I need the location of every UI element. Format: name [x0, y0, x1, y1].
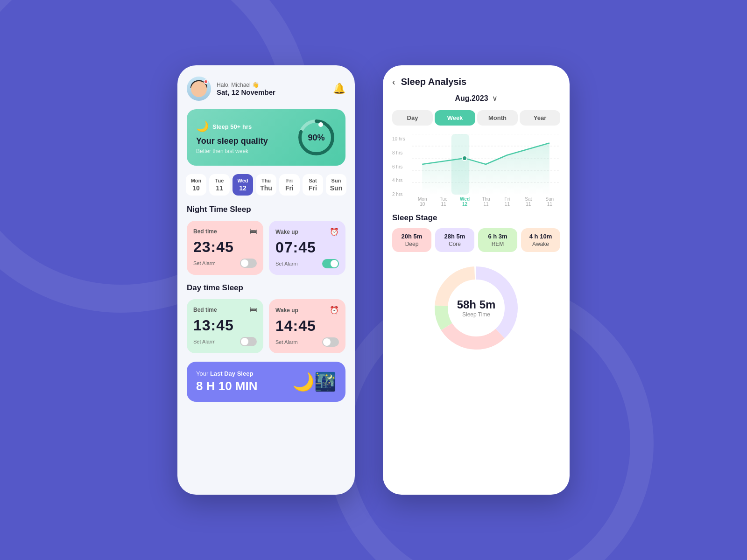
day-wake-footer: Set Alarm [275, 337, 339, 347]
left-phone: Halo, Michael 👋 Sat, 12 November 🔔 🌙 Sle… [177, 65, 355, 495]
notification-dot [204, 79, 208, 84]
header: Halo, Michael 👋 Sat, 12 November 🔔 [187, 77, 345, 101]
donut-chart: 58h 5m Sleep Time [392, 261, 560, 355]
tab-year[interactable]: Year [520, 110, 560, 126]
sleep-hrs: Sleep 50+ hrs [212, 123, 252, 130]
tab-day[interactable]: Day [392, 110, 433, 126]
tab-week[interactable]: Week [435, 110, 475, 126]
day-selector: Mon 10 Tue 11 Wed 12 Thu Thu Fri Fri Sat… [187, 174, 345, 196]
night-bed-set-alarm: Set Alarm [193, 260, 216, 266]
night-bed-label: Bed time 🛏 [193, 227, 257, 236]
wake-icon: ⏰ [330, 227, 339, 236]
chart-area [412, 134, 560, 195]
day-bed-time: 13:45 [193, 317, 257, 334]
period-tabs: Day Week Month Year [392, 110, 560, 126]
greeting: Halo, Michael 👋 [217, 82, 275, 88]
day-wake-icon: ⏰ [330, 306, 339, 315]
tab-month[interactable]: Month [477, 110, 518, 126]
day-thu[interactable]: Thu Thu [256, 174, 276, 196]
last-sleep-text: Your Last Day Sleep 8 H 10 MIN [196, 370, 258, 393]
night-wake-card: Wake up ⏰ 07:45 Set Alarm [269, 221, 345, 275]
header-text: Halo, Michael 👋 Sat, 12 November [217, 82, 275, 96]
chart-x-labels: Mon10 Tue11 Wed12 Thu11 Fri11 Sat11 Sun1… [412, 196, 560, 207]
sleep-quality-subtitle: Better then last week [196, 148, 268, 154]
notification-bell-icon[interactable]: 🔔 [333, 83, 345, 95]
day-bed-toggle[interactable] [240, 337, 257, 346]
moon-icon: 🌙 [196, 120, 209, 133]
header-left: Halo, Michael 👋 Sat, 12 November [187, 77, 275, 101]
svg-point-2 [318, 122, 323, 127]
day-bed-icon: 🛏 [249, 306, 257, 314]
stage-deep: 20h 5m Deep [392, 228, 431, 252]
rp-header: ‹ Sleep Analysis [392, 77, 560, 87]
donut-label: Sleep Time [457, 311, 496, 318]
day-wed-active[interactable]: Wed 12 [233, 174, 253, 196]
bed-icon: 🛏 [249, 227, 257, 236]
night-bed-card: Bed time 🛏 23:45 Set Alarm [187, 221, 263, 275]
sq-top: 🌙 Sleep 50+ hrs [196, 120, 268, 133]
day-mon[interactable]: Mon 10 [186, 174, 206, 196]
last-sleep-time: 8 H 10 MIN [196, 379, 258, 393]
month-chevron-icon[interactable]: ∨ [492, 94, 498, 103]
night-bed-time: 23:45 [193, 238, 257, 256]
day-fri[interactable]: Fri Fri [279, 174, 300, 196]
day-wake-label: Wake up ⏰ [275, 306, 339, 315]
stage-pills: 20h 5m Deep 28h 5m Core 6 h 3m REM 4 h 1… [392, 228, 560, 252]
day-sun[interactable]: Sun Sun [326, 174, 346, 196]
night-wake-toggle[interactable] [322, 259, 339, 268]
sleep-quality-circle: 90% [296, 118, 336, 157]
month-selector: Aug.2023 ∨ [392, 94, 560, 103]
night-wake-set-alarm: Set Alarm [275, 261, 298, 266]
sleep-chart: 10 hrs 8 hrs 6 hrs 4 hrs 2 hrs [392, 134, 560, 209]
header-date: Sat, 12 November [217, 88, 275, 96]
day-alarm-row: Bed time 🛏 13:45 Set Alarm Wake up ⏰ 14:… [187, 299, 345, 353]
last-sleep-label: Your Last Day Sleep [196, 370, 258, 377]
night-alarm-row: Bed time 🛏 23:45 Set Alarm Wake up ⏰ 07:… [187, 221, 345, 275]
sleep-quality-pct: 90% [308, 133, 324, 142]
night-wake-footer: Set Alarm [275, 259, 339, 268]
stage-rem: 6 h 3m REM [478, 228, 517, 252]
donut-total-time: 58h 5m [457, 298, 496, 311]
chart-y-labels: 10 hrs 8 hrs 6 hrs 4 hrs 2 hrs [392, 136, 405, 197]
day-wake-card: Wake up ⏰ 14:45 Set Alarm [269, 299, 345, 353]
stage-awake: 4 h 10m Awake [521, 228, 560, 252]
night-wake-label: Wake up ⏰ [275, 227, 339, 236]
month-label: Aug.2023 [455, 94, 488, 103]
night-sleep-title: Night Time Sleep [187, 205, 345, 214]
night-wake-time: 07:45 [275, 239, 339, 256]
sleep-quality-card: 🌙 Sleep 50+ hrs Your sleep quality Bette… [187, 109, 345, 166]
day-bed-set-alarm: Set Alarm [193, 339, 216, 344]
last-sleep-moon-icon: 🌙🌃 [292, 371, 336, 392]
day-tue[interactable]: Tue 11 [209, 174, 230, 196]
night-bed-footer: Set Alarm [193, 259, 257, 268]
sq-left: 🌙 Sleep 50+ hrs Your sleep quality Bette… [196, 120, 268, 154]
day-wake-time: 14:45 [275, 317, 339, 335]
analysis-title: Sleep Analysis [401, 77, 466, 87]
day-wake-set-alarm: Set Alarm [275, 339, 298, 345]
day-wake-toggle[interactable] [322, 337, 339, 347]
right-phone: ‹ Sleep Analysis Aug.2023 ∨ Day Week Mon… [383, 65, 570, 495]
avatar [187, 77, 211, 101]
day-bed-label: Bed time 🛏 [193, 306, 257, 314]
day-bed-card: Bed time 🛏 13:45 Set Alarm [187, 299, 263, 353]
sleep-quality-title: Your sleep quality [196, 136, 268, 146]
svg-point-9 [462, 156, 467, 161]
back-button[interactable]: ‹ [392, 77, 395, 87]
day-sleep-title: Day time Sleep [187, 283, 345, 293]
night-bed-toggle[interactable] [240, 259, 257, 268]
donut-center: 58h 5m Sleep Time [457, 298, 496, 318]
day-sat[interactable]: Sat Fri [303, 174, 323, 196]
sleep-stage-title: Sleep Stage [392, 213, 560, 223]
day-bed-footer: Set Alarm [193, 337, 257, 346]
last-sleep-card: Your Last Day Sleep 8 H 10 MIN 🌙🌃 [187, 362, 345, 402]
stage-core: 28h 5m Core [435, 228, 474, 252]
